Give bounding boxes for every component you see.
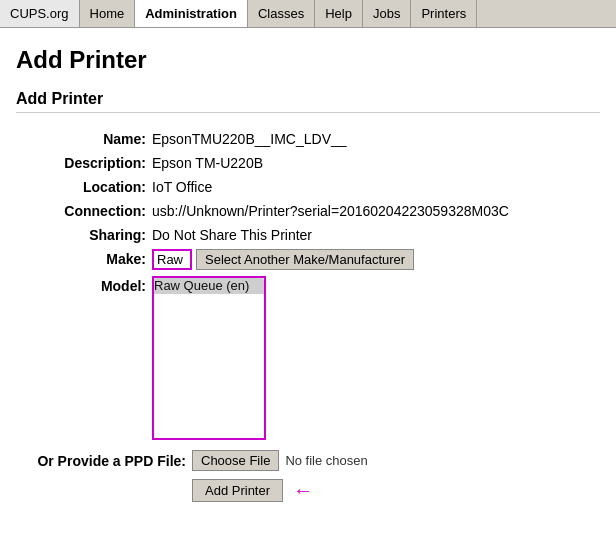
- submit-row: Add Printer ←: [192, 479, 600, 502]
- location-label: Location:: [36, 177, 146, 195]
- name-value: EpsonTMU220B__IMC_LDV__: [152, 129, 600, 147]
- ppd-row: Or Provide a PPD File: Choose File No fi…: [16, 450, 600, 471]
- page-content: Add Printer Add Printer Name: EpsonTMU22…: [0, 28, 616, 522]
- nav-home[interactable]: Home: [80, 0, 136, 27]
- page-title: Add Printer: [16, 46, 600, 74]
- model-option-raw: Raw Queue (en): [154, 278, 264, 294]
- nav-administration[interactable]: Administration: [135, 0, 248, 27]
- add-printer-button[interactable]: Add Printer: [192, 479, 283, 502]
- make-controls: Select Another Make/Manufacturer: [152, 249, 414, 270]
- make-row: Make: Select Another Make/Manufacturer: [36, 249, 600, 270]
- arrow-icon: ←: [293, 479, 313, 502]
- nav-printers[interactable]: Printers: [411, 0, 477, 27]
- description-label: Description:: [36, 153, 146, 171]
- description-value: Epson TM-U220B: [152, 153, 600, 171]
- connection-value: usb://Unknown/Printer?serial=20160204223…: [152, 201, 600, 219]
- sharing-value: Do Not Share This Printer: [152, 225, 600, 243]
- sharing-label: Sharing:: [36, 225, 146, 243]
- sharing-row: Sharing: Do Not Share This Printer: [36, 225, 600, 243]
- section-title: Add Printer: [16, 90, 600, 113]
- select-make-button[interactable]: Select Another Make/Manufacturer: [196, 249, 414, 270]
- make-input[interactable]: [152, 249, 192, 270]
- nav-classes[interactable]: Classes: [248, 0, 315, 27]
- location-row: Location: IoT Office: [36, 177, 600, 195]
- connection-label: Connection:: [36, 201, 146, 219]
- nav-help[interactable]: Help: [315, 0, 363, 27]
- connection-row: Connection: usb://Unknown/Printer?serial…: [36, 201, 600, 219]
- name-row: Name: EpsonTMU220B__IMC_LDV__: [36, 129, 600, 147]
- add-printer-form: Name: EpsonTMU220B__IMC_LDV__ Descriptio…: [36, 129, 600, 440]
- top-nav: CUPS.org Home Administration Classes Hel…: [0, 0, 616, 28]
- model-label: Model:: [36, 276, 146, 294]
- model-select[interactable]: Raw Queue (en): [154, 278, 264, 438]
- location-value: IoT Office: [152, 177, 600, 195]
- ppd-label: Or Provide a PPD File:: [16, 453, 186, 469]
- description-row: Description: Epson TM-U220B: [36, 153, 600, 171]
- nav-brand[interactable]: CUPS.org: [0, 0, 80, 27]
- make-label: Make:: [36, 249, 146, 267]
- nav-jobs[interactable]: Jobs: [363, 0, 411, 27]
- model-row: Model: Raw Queue (en): [36, 276, 600, 440]
- no-file-text: No file chosen: [285, 453, 367, 468]
- name-label: Name:: [36, 129, 146, 147]
- model-wrapper: Raw Queue (en): [152, 276, 266, 440]
- choose-file-button[interactable]: Choose File: [192, 450, 279, 471]
